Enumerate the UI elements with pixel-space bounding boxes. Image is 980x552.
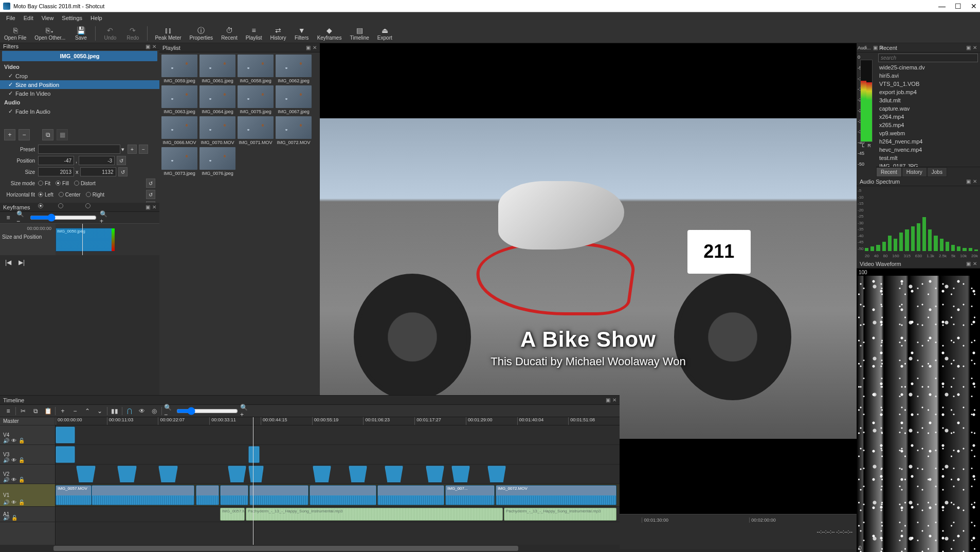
mute-icon[interactable]: 🔊	[3, 500, 9, 505]
position-y-input[interactable]	[79, 156, 115, 165]
radio-right[interactable]: Right	[86, 192, 104, 198]
lock-icon[interactable]: 🔓	[19, 500, 25, 505]
toolbar-undo-button[interactable]: ↶Undo	[100, 25, 120, 42]
recent-item[interactable]: wide25-cinema.dv	[876, 63, 980, 72]
recent-search-input[interactable]	[878, 54, 978, 62]
position-reset-button[interactable]: ↺	[117, 156, 126, 165]
playlist-item[interactable]: IMG_0072.MOV	[276, 116, 312, 145]
tl-split-icon[interactable]: ▮▮	[110, 406, 120, 416]
kf-zoom-slider[interactable]	[30, 213, 97, 222]
panel-close-icon[interactable]: ✕	[973, 45, 977, 50]
menu-help[interactable]: Help	[86, 13, 106, 23]
lock-icon[interactable]: 🔓	[11, 515, 17, 521]
timeline-audio-clip[interactable]: Pachyderm_-_13_-_Happy_Song_instrumental…	[504, 508, 616, 521]
timeline-clip[interactable]	[249, 485, 308, 505]
menu-file[interactable]: File	[2, 13, 20, 23]
menu-edit[interactable]: Edit	[20, 13, 38, 23]
size-w-input[interactable]	[38, 167, 74, 176]
recent-item[interactable]: capture.wav	[876, 104, 980, 113]
toolbar-history-button[interactable]: ⇄History	[267, 25, 289, 42]
panel-close-icon[interactable]: ✕	[152, 204, 156, 210]
tab-recent[interactable]: Recent	[876, 167, 902, 177]
tl-zoomout-icon[interactable]: 🔍−	[164, 406, 174, 416]
timeline-audio-clip[interactable]: IMG_0057.MO	[220, 508, 245, 521]
panel-undock-icon[interactable]: ▣	[146, 204, 150, 210]
tab-jobs[interactable]: Jobs	[927, 167, 947, 177]
track-a1[interactable]: IMG_0057.MO Pachyderm_-_13_-_Happy_Song_…	[56, 507, 620, 522]
timeline-clip[interactable]	[196, 485, 219, 505]
playlist-item[interactable]: IMG_0061.jpeg	[199, 55, 235, 83]
playlist-item[interactable]: IMG_0070.MOV	[199, 116, 235, 145]
toolbar-open-file-button[interactable]: ⎘Open File	[1, 25, 29, 42]
size-reset-button[interactable]: ↺	[118, 167, 128, 176]
track-header-v4[interactable]: V4🔊👁🔓	[0, 425, 55, 445]
timeline-clip[interactable]	[117, 466, 137, 483]
position-x-input[interactable]	[38, 156, 74, 165]
timeline-clip[interactable]	[220, 485, 248, 505]
filter-item[interactable]: ✓Crop	[0, 72, 159, 80]
playlist-item[interactable]: IMG_0059.jpeg	[161, 55, 197, 83]
kf-menu-icon[interactable]: ≡	[3, 212, 13, 223]
panel-close-icon[interactable]: ✕	[973, 179, 977, 184]
preset-remove-button[interactable]: −	[139, 145, 148, 154]
radio-fit[interactable]: Fit	[38, 181, 50, 186]
radio-distort[interactable]: Distort	[74, 181, 96, 186]
playlist-item[interactable]: IMG_0058.jpeg	[238, 55, 274, 83]
menu-settings[interactable]: Settings	[58, 13, 86, 23]
menu-view[interactable]: View	[38, 13, 58, 23]
timeline-clip[interactable]: IMG_0072.MOV	[496, 485, 616, 505]
timeline-clip[interactable]	[56, 426, 75, 443]
recent-item[interactable]: h264_nvenc.mp4	[876, 137, 980, 146]
toolbar-keyframes-button[interactable]: ◆Keyframes	[314, 25, 345, 42]
tl-snap-icon[interactable]: ⋂	[124, 406, 135, 416]
panel-undock-icon[interactable]: ▣	[306, 45, 311, 50]
lock-icon[interactable]: 🔓	[19, 457, 25, 463]
timeline-scrollbar[interactable]	[0, 545, 620, 552]
timeline-audio-clip[interactable]: Pachyderm_-_13_-_Happy_Song_instrumental…	[246, 508, 503, 521]
timeline-clip[interactable]	[92, 485, 194, 505]
tl-ripple-icon[interactable]: ◎	[149, 406, 159, 416]
track-header-master[interactable]: Master	[0, 417, 55, 425]
tl-append-icon[interactable]: +	[58, 406, 68, 416]
filter-item[interactable]: ✓Fade In Audio	[0, 107, 159, 116]
copy-filter-button[interactable]: ⧉	[42, 129, 53, 140]
track-header-v3[interactable]: V3🔊👁🔓	[0, 445, 55, 465]
timeline-clip[interactable]	[310, 485, 376, 505]
playlist-item[interactable]: IMG_0076.jpeg	[199, 147, 235, 176]
recent-item[interactable]: IMG_0187.JPG	[876, 162, 980, 167]
kf-zoomin-icon[interactable]: 🔍+	[100, 212, 110, 223]
timeline-clip[interactable]	[313, 466, 331, 483]
minimize-button[interactable]: —	[938, 2, 946, 10]
panel-undock-icon[interactable]: ▣	[966, 179, 971, 184]
eye-icon[interactable]: 👁	[11, 500, 16, 505]
toolbar-recent-button[interactable]: ⏱Recent	[218, 25, 241, 42]
sizemode-reset-button[interactable]: ↺	[146, 179, 155, 188]
timeline-clip[interactable]	[487, 466, 506, 483]
track-header-v2[interactable]: V2🔊👁🔓	[0, 465, 55, 484]
tl-scrub-icon[interactable]: 👁	[137, 406, 147, 416]
panel-close-icon[interactable]: ✕	[313, 45, 317, 50]
mute-icon[interactable]: 🔊	[3, 515, 9, 521]
mute-icon[interactable]: 🔊	[3, 457, 9, 463]
timeline-clip[interactable]	[451, 466, 470, 483]
timeline-clip[interactable]	[56, 446, 75, 463]
timeline-clip[interactable]	[426, 466, 444, 483]
timeline-clip[interactable]	[158, 466, 178, 483]
recent-item[interactable]: x264.mp4	[876, 113, 980, 121]
mute-icon[interactable]: 🔊	[3, 477, 9, 483]
eye-icon[interactable]: 👁	[11, 438, 16, 443]
toolbar-redo-button[interactable]: ↷Redo	[122, 25, 143, 42]
toolbar-properties-button[interactable]: ⓘProperties	[187, 25, 216, 42]
close-button[interactable]: ✕	[971, 2, 977, 10]
playlist-item[interactable]: IMG_0067.jpeg	[276, 85, 312, 114]
remove-filter-button[interactable]: −	[19, 129, 30, 140]
track-header-v1[interactable]: V1🔊👁🔓	[0, 484, 55, 507]
paste-filter-button[interactable]: ▦	[57, 129, 68, 140]
recent-item[interactable]: test.mlt	[876, 154, 980, 162]
timeline-clip[interactable]: IMG_0057.MOV	[56, 485, 92, 505]
panel-undock-icon[interactable]: ▣	[966, 261, 971, 266]
panel-close-icon[interactable]: ✕	[612, 397, 616, 403]
hfit-reset-button[interactable]: ↺	[146, 190, 155, 199]
kf-clip-thumb[interactable]: IMG_0050.jpeg	[56, 228, 112, 252]
tl-menu-icon[interactable]: ≡	[3, 406, 13, 416]
